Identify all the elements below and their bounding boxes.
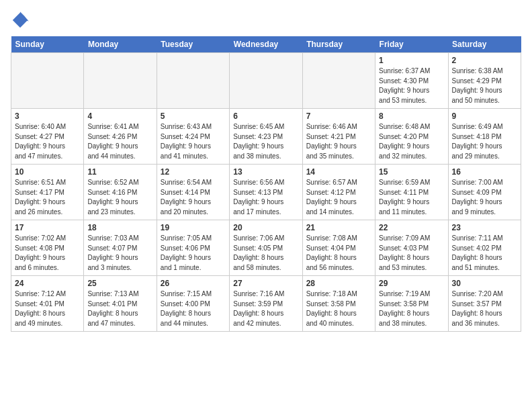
day-number: 12: [161, 167, 226, 177]
calendar-table: SundayMondayTuesdayWednesdayThursdayFrid…: [11, 36, 521, 332]
day-number: 23: [452, 223, 517, 232]
calendar-cell: 27Sunrise: 7:16 AM Sunset: 3:59 PM Dayli…: [230, 276, 302, 332]
day-number: 28: [306, 279, 371, 288]
day-info: Sunrise: 7:20 AM Sunset: 3:57 PM Dayligh…: [452, 289, 517, 328]
day-info: Sunrise: 6:54 AM Sunset: 4:14 PM Dayligh…: [161, 178, 226, 217]
calendar-cell: 9Sunrise: 6:49 AM Sunset: 4:18 PM Daylig…: [448, 109, 521, 165]
calendar-day-header: Sunday: [11, 36, 84, 53]
calendar-cell: 21Sunrise: 7:08 AM Sunset: 4:04 PM Dayli…: [302, 220, 375, 276]
day-info: Sunrise: 7:05 AM Sunset: 4:06 PM Dayligh…: [161, 234, 226, 273]
day-info: Sunrise: 7:09 AM Sunset: 4:03 PM Dayligh…: [379, 234, 444, 273]
calendar-cell: 29Sunrise: 7:19 AM Sunset: 3:58 PM Dayli…: [375, 276, 448, 332]
day-info: Sunrise: 7:15 AM Sunset: 4:00 PM Dayligh…: [161, 289, 226, 328]
day-number: 27: [233, 279, 298, 288]
day-info: Sunrise: 6:49 AM Sunset: 4:18 PM Dayligh…: [452, 122, 517, 161]
calendar-cell: 1Sunrise: 6:37 AM Sunset: 4:30 PM Daylig…: [375, 53, 448, 109]
day-info: Sunrise: 6:40 AM Sunset: 4:27 PM Dayligh…: [15, 122, 80, 161]
calendar-cell: 26Sunrise: 7:15 AM Sunset: 4:00 PM Dayli…: [157, 276, 229, 332]
calendar-cell: 12Sunrise: 6:54 AM Sunset: 4:14 PM Dayli…: [157, 165, 229, 220]
calendar-cell: 30Sunrise: 7:20 AM Sunset: 3:57 PM Dayli…: [448, 276, 521, 332]
calendar-cell: [84, 53, 157, 109]
calendar-cell: 22Sunrise: 7:09 AM Sunset: 4:03 PM Dayli…: [375, 220, 448, 276]
calendar-cell: 16Sunrise: 7:00 AM Sunset: 4:09 PM Dayli…: [448, 165, 521, 220]
day-info: Sunrise: 6:51 AM Sunset: 4:17 PM Dayligh…: [15, 178, 80, 217]
calendar-week-row: 1Sunrise: 6:37 AM Sunset: 4:30 PM Daylig…: [11, 53, 521, 109]
calendar-cell: 13Sunrise: 6:56 AM Sunset: 4:13 PM Dayli…: [230, 165, 302, 220]
day-number: 7: [306, 111, 371, 121]
day-info: Sunrise: 6:38 AM Sunset: 4:29 PM Dayligh…: [452, 66, 517, 105]
day-number: 26: [161, 279, 226, 288]
day-number: 17: [15, 223, 80, 232]
calendar-cell: 11Sunrise: 6:52 AM Sunset: 4:16 PM Dayli…: [84, 165, 157, 220]
calendar-cell: 18Sunrise: 7:03 AM Sunset: 4:07 PM Dayli…: [84, 220, 157, 276]
day-info: Sunrise: 7:13 AM Sunset: 4:01 PM Dayligh…: [87, 289, 152, 328]
day-number: 20: [233, 223, 298, 232]
calendar-day-header: Friday: [375, 36, 448, 53]
day-info: Sunrise: 7:03 AM Sunset: 4:07 PM Dayligh…: [87, 234, 152, 273]
day-info: Sunrise: 6:41 AM Sunset: 4:26 PM Dayligh…: [87, 122, 152, 161]
calendar-cell: 4Sunrise: 6:41 AM Sunset: 4:26 PM Daylig…: [84, 109, 157, 165]
calendar-cell: 20Sunrise: 7:06 AM Sunset: 4:05 PM Dayli…: [230, 220, 302, 276]
calendar-cell: 5Sunrise: 6:43 AM Sunset: 4:24 PM Daylig…: [157, 109, 229, 165]
calendar-cell: [11, 53, 84, 109]
calendar-day-header: Saturday: [448, 36, 521, 53]
day-info: Sunrise: 7:12 AM Sunset: 4:01 PM Dayligh…: [15, 289, 80, 328]
day-number: 24: [15, 279, 80, 288]
calendar-cell: 10Sunrise: 6:51 AM Sunset: 4:17 PM Dayli…: [11, 165, 84, 220]
day-info: Sunrise: 6:59 AM Sunset: 4:11 PM Dayligh…: [379, 178, 444, 217]
calendar-day-header: Monday: [84, 36, 157, 53]
calendar-cell: 24Sunrise: 7:12 AM Sunset: 4:01 PM Dayli…: [11, 276, 84, 332]
calendar-cell: 2Sunrise: 6:38 AM Sunset: 4:29 PM Daylig…: [448, 53, 521, 109]
day-number: 8: [379, 111, 444, 121]
calendar-cell: [230, 53, 302, 109]
day-info: Sunrise: 7:19 AM Sunset: 3:58 PM Dayligh…: [379, 289, 444, 328]
calendar-header-row: SundayMondayTuesdayWednesdayThursdayFrid…: [11, 36, 521, 53]
day-number: 5: [161, 111, 226, 121]
day-info: Sunrise: 6:57 AM Sunset: 4:12 PM Dayligh…: [306, 178, 371, 217]
day-info: Sunrise: 7:16 AM Sunset: 3:59 PM Dayligh…: [233, 289, 298, 328]
day-number: 21: [306, 223, 371, 232]
logo: [11, 11, 32, 30]
day-number: 22: [379, 223, 444, 232]
page-header: [11, 11, 521, 30]
logo-icon: [11, 11, 30, 30]
day-number: 30: [452, 279, 517, 288]
day-info: Sunrise: 7:08 AM Sunset: 4:04 PM Dayligh…: [306, 234, 371, 273]
calendar-cell: 28Sunrise: 7:18 AM Sunset: 3:58 PM Dayli…: [302, 276, 375, 332]
calendar-cell: 3Sunrise: 6:40 AM Sunset: 4:27 PM Daylig…: [11, 109, 84, 165]
day-info: Sunrise: 6:52 AM Sunset: 4:16 PM Dayligh…: [87, 178, 152, 217]
day-number: 29: [379, 279, 444, 288]
calendar-cell: 19Sunrise: 7:05 AM Sunset: 4:06 PM Dayli…: [157, 220, 229, 276]
day-number: 18: [87, 223, 152, 232]
calendar-cell: [157, 53, 229, 109]
day-number: 14: [306, 167, 371, 177]
day-info: Sunrise: 6:46 AM Sunset: 4:21 PM Dayligh…: [306, 122, 371, 161]
day-info: Sunrise: 7:11 AM Sunset: 4:02 PM Dayligh…: [452, 234, 517, 273]
day-number: 25: [87, 279, 152, 288]
day-number: 13: [233, 167, 298, 177]
calendar-week-row: 24Sunrise: 7:12 AM Sunset: 4:01 PM Dayli…: [11, 276, 521, 332]
day-info: Sunrise: 7:02 AM Sunset: 4:08 PM Dayligh…: [15, 234, 80, 273]
calendar-cell: 17Sunrise: 7:02 AM Sunset: 4:08 PM Dayli…: [11, 220, 84, 276]
calendar-week-row: 3Sunrise: 6:40 AM Sunset: 4:27 PM Daylig…: [11, 109, 521, 165]
calendar-day-header: Wednesday: [230, 36, 302, 53]
day-number: 15: [379, 167, 444, 177]
calendar-day-header: Thursday: [302, 36, 375, 53]
calendar-week-row: 10Sunrise: 6:51 AM Sunset: 4:17 PM Dayli…: [11, 165, 521, 220]
day-info: Sunrise: 6:48 AM Sunset: 4:20 PM Dayligh…: [379, 122, 444, 161]
calendar-day-header: Tuesday: [157, 36, 229, 53]
calendar-cell: 8Sunrise: 6:48 AM Sunset: 4:20 PM Daylig…: [375, 109, 448, 165]
calendar-cell: [302, 53, 375, 109]
day-number: 2: [452, 56, 517, 65]
day-number: 16: [452, 167, 517, 177]
day-number: 11: [87, 167, 152, 177]
day-number: 19: [161, 223, 226, 232]
day-number: 10: [15, 167, 80, 177]
day-number: 1: [379, 56, 444, 65]
day-number: 9: [452, 111, 517, 121]
day-info: Sunrise: 7:18 AM Sunset: 3:58 PM Dayligh…: [306, 289, 371, 328]
day-info: Sunrise: 6:56 AM Sunset: 4:13 PM Dayligh…: [233, 178, 298, 217]
calendar-week-row: 17Sunrise: 7:02 AM Sunset: 4:08 PM Dayli…: [11, 220, 521, 276]
day-number: 6: [233, 111, 298, 121]
calendar-cell: 7Sunrise: 6:46 AM Sunset: 4:21 PM Daylig…: [302, 109, 375, 165]
